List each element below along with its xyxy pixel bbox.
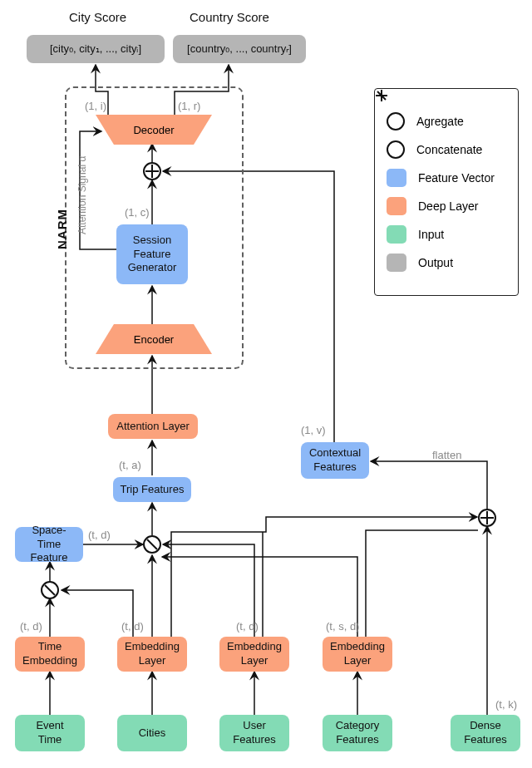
space-time-feature-label: Space-Time Feature xyxy=(22,524,76,566)
feature-vector-swatch xyxy=(387,169,406,187)
dim-cities: (t, d) xyxy=(121,620,144,633)
concatenate-icon xyxy=(387,140,405,159)
aggregate-op-main xyxy=(143,535,161,554)
input-cities-label: Cities xyxy=(139,726,166,741)
contextual-features-label: Contextual Features xyxy=(309,446,361,475)
time-embedding-label: Time Embedding xyxy=(22,640,77,668)
embedding-layer-cities: Embedding Layer xyxy=(117,637,187,672)
dim-sfg: (1, c) xyxy=(125,206,150,219)
concat-op-narm xyxy=(143,162,161,180)
trip-features: Trip Features xyxy=(113,477,191,502)
dim-st: (t, d) xyxy=(88,529,111,541)
dim-time: (t, d) xyxy=(20,620,42,633)
legend-concatenate-label: Concatenate xyxy=(416,143,482,156)
legend-aggregate: Agregate xyxy=(387,112,506,130)
flatten-label: flatten xyxy=(432,449,461,461)
embedding-cities-label: Embedding Layer xyxy=(125,640,180,668)
aggregate-op-time xyxy=(41,581,59,599)
narm-label: NARM xyxy=(55,209,69,249)
legend-feature-vector-label: Feature Vector xyxy=(418,171,495,185)
input-cities: Cities xyxy=(117,715,187,751)
input-user-features-label: User Features xyxy=(233,719,275,747)
input-user-features: User Features xyxy=(219,715,289,751)
encoder-block: Encoder xyxy=(96,324,212,354)
legend-aggregate-label: Agregate xyxy=(416,115,464,128)
dim-cat: (t, s, d) xyxy=(326,620,359,633)
legend-input-label: Input xyxy=(418,228,444,241)
dim-trip: (t, a) xyxy=(119,459,141,471)
time-embedding: Time Embedding xyxy=(15,637,85,672)
input-dense-features-label: Dense Features xyxy=(464,719,506,747)
legend-feature-vector: Feature Vector xyxy=(387,169,506,187)
city-output: [city₀, city₁, ..., cityᵢ] xyxy=(27,35,165,63)
input-category-features-label: Category Features xyxy=(336,719,380,747)
legend-output-label: Output xyxy=(418,256,453,269)
attention-layer-label: Attention Layer xyxy=(116,420,189,434)
input-dense-features: Dense Features xyxy=(451,715,520,751)
sfg-label: Session Feature Generator xyxy=(128,234,177,276)
trip-features-label: Trip Features xyxy=(121,483,185,497)
aggregate-icon xyxy=(387,112,405,130)
input-event-time-label: Event Time xyxy=(36,719,63,747)
legend-deep-layer-label: Deep Layer xyxy=(418,199,478,213)
decoder-label: Decoder xyxy=(133,124,174,136)
country-output: [country₀, ..., countryᵣ] xyxy=(173,35,306,63)
dim-city-out: (1, i) xyxy=(85,100,106,112)
embedding-layer-category: Embedding Layer xyxy=(323,637,392,672)
svg-line-19 xyxy=(147,539,157,549)
country-output-text: [country₀, ..., countryᵣ] xyxy=(187,42,292,57)
legend-output: Output xyxy=(387,254,506,272)
svg-line-21 xyxy=(377,91,386,100)
embedding-cat-label: Embedding Layer xyxy=(330,640,385,668)
dim-ctx: (1, v) xyxy=(301,424,326,436)
legend-input: Input xyxy=(387,225,506,244)
input-category-features: Category Features xyxy=(323,715,392,751)
attention-layer: Attention Layer xyxy=(108,414,198,439)
legend: Agregate Concatenate Feature Vector Deep… xyxy=(374,88,519,296)
space-time-feature: Space-Time Feature xyxy=(15,527,83,562)
embedding-user-label: Embedding Layer xyxy=(227,640,282,668)
input-swatch xyxy=(387,225,406,244)
city-score-header: City Score xyxy=(69,10,126,24)
dim-country-out: (1, r) xyxy=(178,100,200,112)
output-swatch xyxy=(387,254,406,272)
deep-layer-swatch xyxy=(387,197,406,215)
attention-signal-label: Attention Signal α xyxy=(76,156,88,234)
legend-concatenate: Concatenate xyxy=(387,140,506,159)
dim-user: (t, d) xyxy=(236,620,259,633)
concat-op-right xyxy=(478,509,496,527)
country-score-header: Country Score xyxy=(190,10,269,24)
decoder-block: Decoder xyxy=(96,115,212,145)
session-feature-generator: Session Feature Generator xyxy=(116,224,188,284)
contextual-features: Contextual Features xyxy=(301,442,369,479)
dim-dense: (t, k) xyxy=(495,698,517,711)
legend-deep-layer: Deep Layer xyxy=(387,197,506,215)
city-output-text: [city₀, city₁, ..., cityᵢ] xyxy=(50,42,141,57)
input-event-time: Event Time xyxy=(15,715,85,751)
encoder-label: Encoder xyxy=(134,333,174,346)
embedding-layer-user: Embedding Layer xyxy=(219,637,289,672)
svg-line-20 xyxy=(45,585,55,595)
